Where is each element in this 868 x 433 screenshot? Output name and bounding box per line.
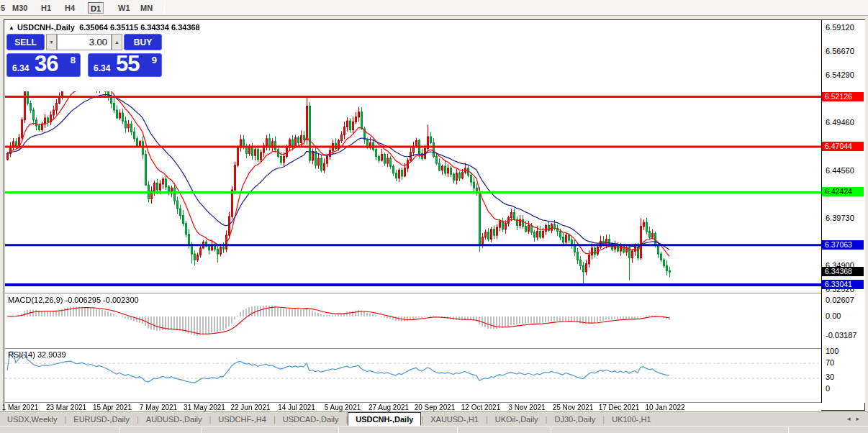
status-bar-divider (788, 427, 789, 433)
rsi-indicator-label: RSI(14) 32.9039 (8, 350, 66, 359)
timeframe-button-d1[interactable]: D1 (88, 2, 104, 14)
date-tick-label: 20 Sep 2021 (415, 404, 456, 411)
timeframe-toolbar: 5M30H1H4D1W1MN (0, 0, 868, 16)
price-tick-label: 6.54290 (826, 70, 854, 79)
bid-price-big: 36 (35, 51, 58, 77)
date-tick-label: 10 Jan 2022 (645, 404, 684, 411)
date-tick-label: 15 Apr 2021 (93, 404, 132, 411)
status-bar-divider (119, 427, 119, 433)
level-price-chip: 6.52126 (822, 92, 864, 101)
date-tick-label: 17 Dec 2021 (599, 404, 640, 411)
rsi-tick-label: 0 (826, 384, 830, 393)
tab-scroll-arrows-icon[interactable]: ◂▸ (847, 415, 865, 422)
date-tick-label: 7 May 2021 (140, 404, 177, 411)
rsi-tick-label: 30 (826, 373, 834, 381)
macd-tick-label: 0.02607 (826, 296, 854, 304)
rsi-tick-label: 70 (826, 358, 834, 367)
price-tick-label: 6.59120 (826, 23, 854, 32)
chart-tab-eurusd-daily[interactable]: EURUSD-,Daily (66, 414, 137, 425)
bid-price-small: 6.34 (12, 63, 29, 73)
date-tick-label: 1 Mar 2021 (2, 404, 39, 411)
timeframe-button-5[interactable]: 5 (0, 2, 7, 14)
date-tick-label: 22 Jun 2021 (230, 404, 270, 411)
chart-tab-ukoil-daily[interactable]: UKOil-,Daily (488, 414, 546, 425)
chart-tab-dj30-daily[interactable]: DJ30-,Daily (547, 414, 602, 425)
chevron-down-icon: ▼ (49, 40, 54, 45)
date-tick-label: 12 Oct 2021 (461, 404, 500, 411)
chart-symbol-title: ▲USDCNH-,Daily 6.35064 6.35115 6.34334 6… (9, 23, 200, 32)
status-bar-divider (202, 427, 202, 433)
date-tick-label: 31 May 2021 (184, 404, 225, 411)
chart-tab-usdchf-h4[interactable]: USDCHF-,H4 (211, 414, 273, 425)
chart-tab-xauusd-h1[interactable]: XAUUSD-,H1 (423, 414, 486, 425)
date-tick-label: 27 Aug 2021 (369, 404, 409, 411)
level-price-chip: 6.47044 (822, 142, 864, 151)
bid-price-pip: 8 (71, 55, 76, 65)
date-tick-label: 5 Aug 2021 (325, 404, 361, 411)
macd-tick-label: 0.00 (826, 311, 841, 320)
bid-price-button[interactable]: 6.34 36 8 (6, 53, 81, 77)
timeframe-button-m30[interactable]: M30 (10, 2, 30, 14)
chart-window: ▲USDCNH-,Daily 6.35064 6.35115 6.34334 6… (4, 19, 865, 411)
ask-price-small: 6.34 (94, 63, 110, 73)
level-price-chip: 6.42424 (822, 187, 864, 196)
timeframe-button-h4[interactable]: H4 (63, 2, 77, 14)
ask-price-pip: 9 (152, 55, 157, 65)
toolbar-separator (164, 1, 165, 14)
chart-tab-usdcnh-daily[interactable]: USDCNH-,Daily (348, 412, 421, 426)
sell-button[interactable]: SELL (6, 34, 45, 50)
chart-tab-uk100-h1[interactable]: UK100-,H1 (605, 414, 658, 425)
price-axis: 6.591206.566706.542906.494606.445606.397… (821, 20, 865, 403)
status-bar-divider (338, 427, 339, 433)
ask-price-big: 55 (116, 51, 139, 77)
timeframe-button-h1[interactable]: H1 (39, 2, 53, 14)
current-price-chip: 6.34368 (822, 267, 864, 276)
chart-tab-bar: USDX,Weekly|EURUSD-,Daily|AUDUSD-,Daily|… (0, 411, 868, 426)
price-tick-label: 6.39730 (826, 214, 854, 222)
volume-input[interactable]: 3.00 (57, 34, 112, 50)
date-tick-label: 3 Nov 2021 (508, 404, 545, 411)
price-tick-label: 6.56670 (826, 47, 854, 55)
date-axis: 1 Mar 202123 Mar 202115 Apr 20217 May 20… (4, 403, 821, 411)
collapse-panel-icon[interactable]: ▲ (9, 24, 14, 31)
toolbar-separator (85, 1, 86, 14)
macd-tick-label: -0.03187 (826, 331, 856, 339)
chart-tab-usdcad-daily[interactable]: USDCAD-,Daily (276, 414, 346, 425)
chart-tab-usdx-weekly[interactable]: USDX,Weekly (0, 414, 64, 425)
price-tick-label: 6.49460 (826, 118, 854, 127)
symbol-period-label: USDCNH-,Daily (17, 23, 75, 32)
ask-price-button[interactable]: 6.34 55 9 (88, 53, 162, 77)
level-price-chip: 6.33041 (822, 280, 864, 289)
status-bar-divider (457, 427, 458, 433)
timeframe-button-mn[interactable]: MN (138, 2, 155, 14)
one-click-trading-panel: SELL ▼ 3.00 ▲ BUY 6.34 36 8 6.34 55 9 (6, 33, 162, 91)
date-tick-label: 25 Nov 2021 (553, 404, 594, 411)
macd-indicator-label: MACD(12,26,9) -0.006295 -0.002300 (8, 296, 139, 304)
status-bar (0, 426, 868, 433)
date-tick-label: 23 Mar 2021 (46, 404, 86, 411)
buy-button[interactable]: BUY (124, 34, 162, 50)
chart-tab-audusd-daily[interactable]: AUDUSD-,Daily (139, 414, 209, 425)
volume-increase-button[interactable]: ▲ (112, 34, 122, 50)
level-price-chip: 6.37063 (822, 240, 864, 250)
rsi-tick-label: 100 (826, 347, 838, 355)
price-tick-label: 6.44560 (826, 166, 854, 175)
status-bar-divider (551, 427, 551, 433)
timeframe-button-w1[interactable]: W1 (116, 2, 132, 14)
volume-decrease-button[interactable]: ▼ (46, 34, 57, 50)
date-tick-label: 14 Jul 2021 (278, 404, 315, 411)
ohlc-values: 6.35064 6.35115 6.34334 6.34368 (79, 23, 200, 32)
chevron-up-icon: ▲ (114, 40, 119, 45)
